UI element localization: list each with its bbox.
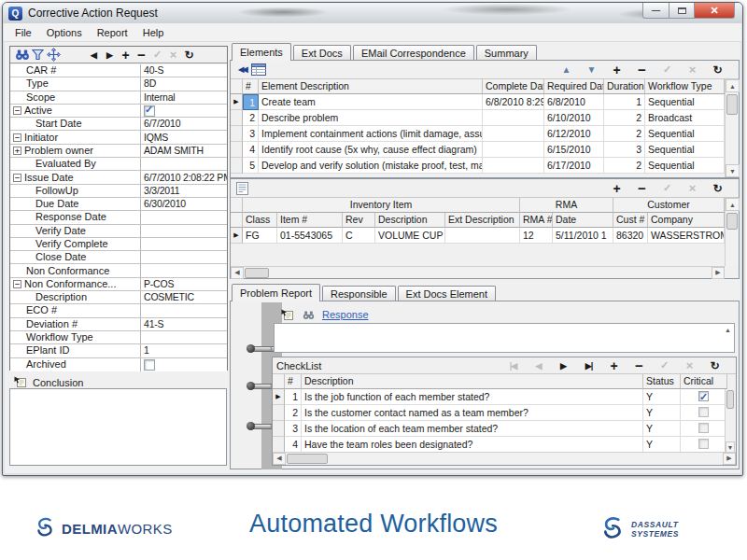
property-value[interactable] [141,304,227,316]
table-row[interactable]: ▶FG01-5543065CVOLUME CUP125/11/2010 1863… [231,228,725,244]
property-value[interactable] [141,264,227,276]
response-textbox[interactable]: ▲ [274,323,735,353]
column-header[interactable]: Description [375,213,445,228]
column-header[interactable]: RMA # [520,213,553,228]
grid-cell[interactable]: 6/15/2010 [544,142,604,158]
tab-problem-report[interactable]: Problem Report [232,284,320,301]
add-icon[interactable]: + [609,63,625,77]
last-icon[interactable]: ▶| [581,358,597,372]
response-link[interactable]: Response [322,309,369,320]
scroll-up-icon[interactable]: ▲ [726,79,740,92]
grid-cell[interactable]: Have the team roles been designated? [302,437,643,453]
rewind-icon[interactable]: ◀◀ [234,63,250,77]
post-icon[interactable]: ✓ [149,48,165,62]
grid-cell[interactable]: Y [643,389,681,405]
refresh-icon[interactable]: ↻ [710,181,726,195]
property-row[interactable]: Response Date [10,211,227,224]
grid-cell[interactable] [445,228,520,244]
tab-summary[interactable]: Summary [476,45,537,61]
grid-cell[interactable]: Y [643,437,681,453]
column-header[interactable]: Rev [343,213,375,228]
next-icon[interactable]: ▶ [556,358,571,372]
menu-report[interactable]: Report [90,25,135,40]
critical-checkbox[interactable] [698,439,709,449]
collapse-icon[interactable]: − [13,280,21,288]
grid-cell[interactable]: Implement containment actions (limit dam… [259,126,483,142]
grid-cell[interactable] [681,437,727,453]
property-row[interactable]: Non Conformance [10,264,227,277]
minimize-button[interactable]: — [642,3,669,19]
property-value[interactable] [141,238,227,250]
post-icon[interactable]: ✓ [659,63,675,77]
grid-cell[interactable]: 6/8/2010 [544,94,604,110]
scrollbar-thumb[interactable] [726,94,738,115]
property-row[interactable]: Start Date6/7/2010 [10,118,227,131]
remove-icon[interactable]: − [634,181,650,195]
find-icon[interactable] [301,308,317,322]
scroll-up-icon[interactable]: ▲ [726,198,740,211]
post-icon[interactable]: ✓ [656,358,672,372]
grid-cell[interactable]: Identify root cause (5x why, cause effec… [259,142,483,158]
table-row[interactable]: 2Is the customer contact named as a team… [273,405,727,421]
grid-cell[interactable]: 6/10/2010 [544,110,604,126]
grid-cell[interactable]: Sequential [645,142,725,158]
expand-icon[interactable]: + [13,147,21,155]
table-row[interactable]: 3Implement containment actions (limit da… [231,126,725,142]
property-row[interactable]: +Problem ownerADAM SMITH [10,145,227,158]
collapse-icon[interactable]: − [13,133,21,142]
scrollbar-thumb[interactable] [287,454,328,464]
checkbox[interactable] [144,359,155,371]
table-row[interactable]: 4Have the team roles been designated?Y [273,437,727,453]
grid-cell[interactable]: WASSERSTROM [648,228,725,244]
grid-cell[interactable]: 1 [604,94,645,110]
property-value[interactable]: COSMETIC [141,291,227,303]
tab-email-correspondence[interactable]: EMail Correspondence [353,45,474,61]
grid-cell[interactable] [483,158,544,174]
grid-cell[interactable]: 86320 [613,228,648,244]
column-header[interactable] [231,213,243,228]
grid-cell[interactable] [483,110,544,126]
property-row[interactable]: −InitiatorIQMS [10,131,227,144]
table-row[interactable]: 3Is the location of each team member sta… [273,421,727,437]
column-header[interactable]: # [285,374,302,389]
scroll-up-icon[interactable]: ▲ [722,324,734,336]
refresh-icon[interactable]: ↻ [181,48,197,62]
property-value[interactable]: 6/30/2010 [141,198,227,210]
scroll-down-icon[interactable]: ▼ [726,164,740,177]
grid-cell[interactable]: 3 [243,126,259,142]
elements-vertical-scrollbar[interactable]: ▲ ▼ [725,79,739,177]
property-row[interactable]: −Issue Date6/7/2010 2:08:22 PM [10,171,227,184]
grid-cell[interactable]: Develop and verify solution (mistake pro… [259,158,483,174]
property-value[interactable] [141,211,227,223]
move-up-icon[interactable]: ▲ [558,63,574,77]
critical-checkbox[interactable] [698,407,709,417]
grid-cell[interactable]: 6/12/2010 [544,126,604,142]
column-header[interactable] [231,198,243,213]
property-value[interactable]: P-COS [141,278,227,290]
remove-icon[interactable]: − [634,63,650,77]
conclusion-textarea[interactable] [9,388,227,466]
grid-cell[interactable] [483,126,544,142]
property-value[interactable] [141,331,227,343]
column-header[interactable]: Element Description [259,79,483,94]
menu-file[interactable]: File [7,25,39,40]
grid-cell[interactable]: Sequential [645,94,725,110]
grid-cell[interactable]: Describe problem [259,110,483,126]
scroll-right-icon[interactable]: ▶ [712,267,725,279]
grid-cell[interactable]: Y [643,421,681,437]
column-header[interactable]: Description [302,374,643,389]
report-icon[interactable] [234,181,250,195]
property-row[interactable]: Type8D [10,77,227,91]
cancel-icon[interactable]: × [165,48,181,62]
grid-cell[interactable]: Y [643,405,681,421]
property-value[interactable]: 1 [141,344,227,357]
property-value[interactable] [141,158,227,170]
property-row[interactable]: Close Date [10,251,227,264]
grid-cell[interactable]: 1 [285,389,302,405]
maximize-button[interactable] [669,3,695,19]
column-header[interactable]: Cust # [613,213,648,228]
column-header[interactable] [231,79,243,94]
property-value[interactable] [141,251,227,263]
remove-icon[interactable]: − [631,358,647,372]
grid-cell[interactable]: Is the job function of each member state… [302,389,643,405]
